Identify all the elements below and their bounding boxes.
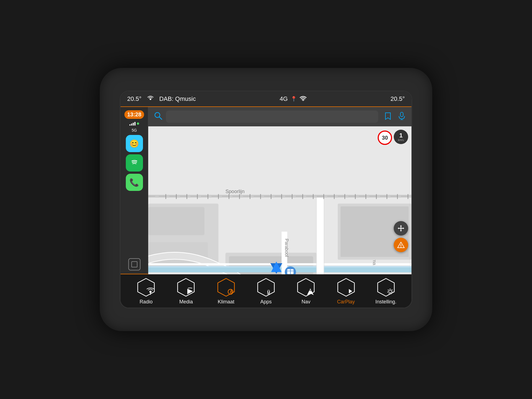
current-speed-display: 1 km/u — [394, 130, 408, 144]
status-center: 4G 📍 — [280, 95, 306, 103]
status-bar: 20.5° DAB: Qmusic 4G 📍 — [121, 91, 411, 107]
speed-number: 1 — [399, 132, 403, 139]
sidebar: 13:28 5G 😊 — [121, 107, 148, 274]
media-label: Media — [179, 299, 193, 305]
speed-limit-sign: 30 — [378, 131, 392, 145]
spotify-icon-symbol — [129, 157, 140, 169]
waze-icon-symbol: 😊 — [129, 139, 139, 148]
home-button[interactable] — [128, 258, 140, 270]
svg-point-67 — [149, 291, 152, 293]
nav-nav[interactable]: N Nav — [289, 277, 323, 305]
instelling-hexagon — [376, 277, 396, 297]
svg-text:A: A — [230, 289, 233, 294]
signal-dot — [137, 122, 139, 125]
klimaat-label: Klimaat — [218, 299, 234, 305]
nav-klimaat[interactable]: A Klimaat — [209, 277, 243, 305]
temp-right: 20.5° — [390, 95, 405, 103]
svg-text:N: N — [310, 289, 311, 292]
search-icon[interactable] — [154, 111, 163, 122]
status-left: 20.5° DAB: Qmusic — [127, 95, 196, 103]
svg-marker-61 — [398, 227, 399, 229]
signal-info — [129, 122, 139, 126]
location-icon: 📍 — [291, 96, 297, 102]
nav-label: Nav — [301, 299, 310, 305]
main-area: 13:28 5G 😊 — [121, 107, 411, 274]
nav-instelling[interactable]: Instelling. — [369, 277, 403, 305]
instelling-label: Instelling. — [375, 299, 397, 305]
time-badge: 13:28 — [124, 110, 144, 119]
svg-marker-79 — [349, 289, 352, 293]
svg-rect-5 — [400, 112, 403, 117]
svg-marker-62 — [403, 227, 404, 229]
carplay-bar-actions — [384, 112, 406, 122]
signal-bars — [129, 122, 135, 126]
search-input[interactable] — [166, 111, 378, 123]
waze-app-icon[interactable]: 😊 — [126, 135, 143, 152]
nav-media[interactable]: Media — [169, 277, 203, 305]
speed-limit-value: 30 — [382, 135, 388, 141]
svg-rect-10 — [148, 207, 204, 235]
svg-text:ü: ü — [267, 289, 270, 295]
car-frame: 20.5° DAB: Qmusic 4G 📍 — [100, 68, 432, 331]
nav-radio[interactable]: Radio — [129, 277, 163, 305]
phone-icon-symbol: 📞 — [129, 178, 139, 187]
radio-signal-icon — [147, 95, 154, 103]
nav-apps[interactable]: ü Apps — [249, 277, 283, 305]
pan-control[interactable] — [394, 221, 408, 236]
network-type: 4G — [280, 95, 288, 103]
microphone-icon[interactable] — [398, 112, 406, 122]
svg-point-81 — [389, 290, 392, 293]
screen-bezel: 20.5° DAB: Qmusic 4G 📍 — [121, 91, 411, 308]
svg-point-65 — [401, 247, 401, 247]
map-area[interactable]: Spoorlijn Parabool Prisma — [148, 107, 411, 274]
svg-point-82 — [388, 289, 393, 294]
wifi-icon — [300, 95, 307, 103]
svg-text:Parabool: Parabool — [284, 239, 289, 257]
svg-point-0 — [150, 98, 151, 100]
home-icon — [131, 261, 137, 267]
phone-app-icon[interactable]: 📞 — [126, 174, 143, 191]
svg-marker-60 — [400, 230, 402, 232]
network-5g: 5G — [132, 128, 137, 133]
svg-text:Spoorlijn: Spoorlijn — [226, 189, 245, 194]
nav-hexagon-el: N — [296, 277, 316, 297]
nav-carplay[interactable]: CarPlay — [329, 277, 363, 305]
radio-hexagon — [136, 277, 156, 297]
warning-button[interactable] — [394, 238, 408, 252]
apps-hexagon: ü — [256, 277, 276, 297]
map-canvas: Spoorlijn Parabool Prisma — [148, 126, 411, 274]
bookmark-icon[interactable] — [384, 112, 392, 122]
spotify-app-icon[interactable] — [126, 154, 143, 172]
station-name: DAB: Qmusic — [159, 95, 196, 103]
svg-marker-59 — [400, 225, 402, 226]
carplay-label: CarPlay — [337, 299, 355, 305]
map-controls — [394, 221, 408, 252]
radio-label: Radio — [140, 299, 153, 305]
svg-rect-17 — [317, 196, 324, 274]
svg-point-1 — [303, 100, 304, 101]
carplay-hexagon — [336, 277, 356, 297]
klimaat-hexagon: A — [216, 277, 236, 297]
svg-line-4 — [159, 117, 162, 119]
temp-left: 20.5° — [127, 95, 142, 103]
apps-label: Apps — [260, 299, 272, 305]
bottom-nav: Radio Media — [121, 274, 411, 308]
media-hexagon — [176, 277, 196, 297]
carplay-search-bar — [148, 107, 411, 126]
speed-unit: km/u — [398, 139, 404, 142]
